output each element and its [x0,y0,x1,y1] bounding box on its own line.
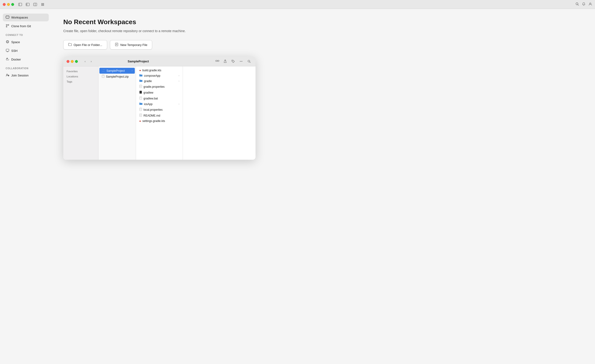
finder-tag-button[interactable] [230,58,236,64]
sidebar-item-docker[interactable]: Docker [3,56,49,63]
svg-line-17 [578,4,579,5]
svg-point-18 [590,3,591,4]
finder-col1-item-sampleproject[interactable]: SampleProject › [99,68,135,74]
file-gradlew[interactable]: gradlew [137,90,182,95]
folder-composeapp[interactable]: composeApp › [137,73,182,78]
ssh-label: SSH [11,49,18,53]
search-icon[interactable] [575,2,579,7]
finder-search-button[interactable] [246,58,252,64]
finder-body: Favorites Locations Tags SampleProject [63,66,255,160]
finder-nav: ‹ › [83,59,94,64]
col1-item-label: SampleProject [106,69,125,72]
finder-toolbar-right [214,58,252,64]
finder-close-button[interactable] [67,60,69,63]
finder-titlebar: ‹ › SampleProject [63,57,255,66]
open-file-label: Open File or Folder... [74,43,102,47]
sidebar: Workspaces Clone from Git CONNECT TO [0,9,52,364]
svg-point-11 [42,4,43,5]
finder-maximize-button[interactable] [75,60,78,63]
file-name-settings-gradle-kts: settings.gradle.kts [142,119,165,123]
svg-point-21 [6,26,7,27]
composeapp-arrow: › [179,74,179,77]
svg-point-8 [42,3,43,4]
finder-share-button[interactable] [222,58,228,64]
folder-gradle[interactable]: gradle › [137,78,182,84]
grid-view-icon[interactable] [40,2,45,7]
finder-minimize-button[interactable] [71,60,74,63]
svg-rect-37 [216,60,217,61]
gradle-kts-icon: ● [139,69,141,72]
file-name-gradlew: gradlew [143,91,153,94]
finder-forward-button[interactable]: › [89,59,94,64]
close-button[interactable] [3,3,6,6]
file-settings-gradle-kts[interactable]: ● settings.gradle.kts [137,118,182,124]
maximize-button[interactable] [11,3,14,6]
workspaces-label: Workspaces [11,16,28,19]
svg-rect-46 [102,75,104,78]
connect-to-heading: CONNECT TO [3,31,49,37]
file-readme-md[interactable]: README.md [137,113,182,118]
bat-icon [139,96,142,100]
temp-file-icon [115,43,118,47]
sidebar-item-workspaces[interactable]: Workspaces [3,14,49,21]
folder-iosapp[interactable]: iosApp › [137,101,182,107]
file-name-gradlew-bat: gradlew.bat [143,97,158,100]
sidebar-item-clone[interactable]: Clone from Git [3,22,49,30]
git-icon [6,24,9,28]
svg-point-13 [42,5,42,6]
sidebar-item-space[interactable]: Space [3,38,49,46]
titlebar-right [575,2,592,7]
properties-icon [139,85,142,89]
folder-name-gradle: gradle [144,79,152,83]
sidebar-toggle-icon[interactable] [18,2,22,7]
svg-rect-53 [140,91,142,93]
svg-point-15 [43,5,44,6]
gradle-arrow: › [179,80,179,82]
space-label: Space [11,40,20,44]
zip-icon [102,75,105,79]
finder-title: SampleProject [128,60,149,63]
new-temp-file-label: New Temporary File [120,43,147,47]
file-gradlew-bat[interactable]: gradlew.bat [137,95,182,101]
sidebar-item-join-session[interactable]: Join Session [3,71,49,79]
account-icon[interactable] [588,2,592,7]
finder-col-2: ● build.gradle.kts composeApp › [136,66,183,160]
finder-view-toggle-button[interactable] [214,58,220,64]
new-temp-file-button[interactable]: New Temporary File [110,40,152,50]
folder-name-composeapp: composeApp [144,74,160,77]
action-buttons: Open File or Folder... New Temporary Fil… [63,40,583,50]
file-build-gradle-kts[interactable]: ● build.gradle.kts [137,68,182,73]
svg-point-24 [7,41,8,43]
ssh-icon [6,49,9,53]
file-local-properties[interactable]: local.properties [137,107,182,113]
svg-rect-25 [6,49,9,51]
svg-point-10 [42,4,42,5]
finder-sidebar-locations[interactable]: Locations [63,74,98,79]
open-file-button[interactable]: Open File or Folder... [63,40,107,50]
svg-point-14 [42,5,43,6]
svg-rect-0 [19,3,22,6]
gradlew-icon [139,91,142,94]
minimize-button[interactable] [7,3,10,6]
col1-item-arrow: › [132,69,133,72]
sidebar-item-ssh[interactable]: SSH [3,47,49,55]
finder-more-button[interactable] [238,58,244,64]
clone-label: Clone from Git [11,24,31,28]
reader-view-icon[interactable] [25,2,30,7]
zip-item-label: SampleProject.zip [106,75,129,78]
titlebar [0,0,595,9]
file-gradle-properties[interactable]: gradle.properties [137,84,182,90]
finder-col1-item-zip[interactable]: SampleProject.zip [99,74,135,79]
svg-line-45 [250,62,251,63]
notification-icon[interactable] [582,2,586,7]
file-name-local-properties: local.properties [143,108,163,111]
iosapp-arrow: › [179,103,179,105]
finder-sidebar-tags[interactable]: Tags [63,79,98,84]
svg-point-20 [6,24,7,25]
finder-sidebar-favorites[interactable]: Favorites [63,69,98,74]
file-name-build-gradle-kts: build.gradle.kts [142,69,161,72]
file-name-readme-md: README.md [143,114,160,117]
finder-back-button[interactable]: ‹ [83,59,88,64]
workspaces-icon [6,15,9,20]
split-view-icon[interactable] [33,2,37,7]
